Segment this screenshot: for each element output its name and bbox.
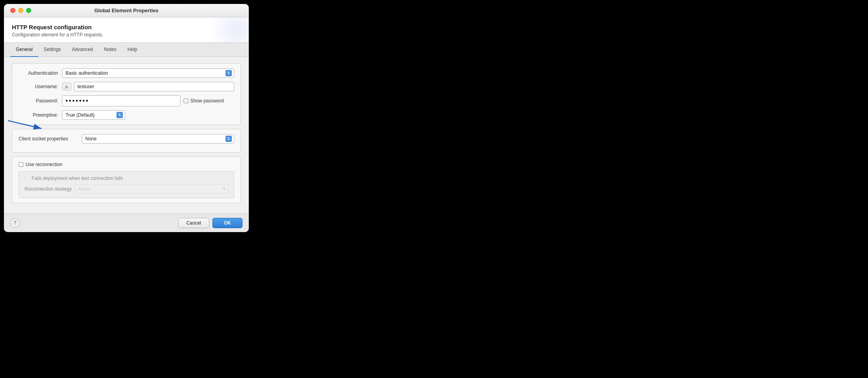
password-input-group: Show password [62, 95, 224, 106]
preemptive-select[interactable]: True (Default) [62, 110, 125, 120]
config-title: HTTP Request configuration [12, 24, 241, 30]
authentication-label: Authentication [19, 70, 58, 76]
minimize-button[interactable] [18, 8, 23, 13]
maximize-button[interactable] [26, 8, 31, 13]
reconnection-strategy-label: Reconnection strategy [24, 186, 72, 192]
authentication-select[interactable]: Basic authentication [62, 68, 234, 78]
fx-button[interactable]: fx [62, 83, 71, 91]
reconnection-strategy-select[interactable]: None [75, 184, 228, 194]
footer-buttons: Cancel OK [178, 218, 242, 228]
cancel-button[interactable]: Cancel [178, 218, 209, 228]
title-bar: Global Element Properties [4, 4, 249, 17]
client-socket-section: Client socket properties None ⇅ [12, 129, 241, 153]
preemptive-label: Preemptive: [19, 112, 58, 118]
client-socket-select-wrapper: None ⇅ [82, 134, 234, 144]
config-subtitle: Configuration element for a HTTP request… [12, 32, 241, 38]
password-row: Password: Show password [19, 95, 234, 106]
fails-deployment-label: Fails deployment when test connection fa… [32, 176, 123, 181]
fails-deployment-row: Fails deployment when test connection fa… [24, 176, 228, 181]
window-title: Global Element Properties [94, 8, 159, 13]
fails-deployment-checkbox[interactable] [24, 176, 29, 181]
password-label: Password: [19, 98, 58, 104]
reconnection-strategy-wrapper: None ⇅ [75, 184, 228, 194]
show-password-container: Show password [184, 98, 224, 104]
username-row: Username: fx [19, 82, 234, 91]
tab-advanced[interactable]: Advanced [66, 43, 98, 57]
footer: ? Cancel OK [4, 214, 249, 232]
authentication-section: Authentication Basic authentication ⇅ Us… [12, 63, 241, 125]
username-input-group: fx [62, 82, 234, 91]
help-button[interactable]: ? [10, 218, 20, 228]
use-reconnection-row: Use reconnection [19, 162, 234, 167]
use-reconnection-label[interactable]: Use reconnection [26, 162, 62, 167]
password-input[interactable] [62, 95, 180, 106]
show-password-label[interactable]: Show password [190, 98, 224, 104]
traffic-lights [10, 8, 31, 13]
reconnection-inner-section: Fails deployment when test connection fa… [19, 171, 234, 198]
tab-notes[interactable]: Notes [98, 43, 122, 57]
client-socket-row: Client socket properties None ⇅ [19, 134, 234, 144]
tab-settings[interactable]: Settings [38, 43, 66, 57]
client-socket-select[interactable]: None [82, 134, 234, 144]
content-area: Authentication Basic authentication ⇅ Us… [4, 57, 249, 214]
username-label: Username: [19, 84, 58, 89]
authentication-row: Authentication Basic authentication ⇅ [19, 68, 234, 78]
tabs-bar: General Settings Advanced Notes Help [4, 43, 249, 57]
reconnection-strategy-row: Reconnection strategy None ⇅ [24, 184, 228, 194]
preemptive-select-wrapper: True (Default) ⇅ [62, 110, 125, 120]
header-section: HTTP Request configuration Configuration… [4, 17, 249, 43]
main-window: Global Element Properties HTTP Request c… [4, 4, 249, 232]
tab-help[interactable]: Help [122, 43, 143, 57]
ok-button[interactable]: OK [212, 218, 242, 228]
client-socket-label: Client socket properties [19, 136, 78, 142]
username-input[interactable] [74, 82, 234, 91]
reconnection-section: Use reconnection Fails deployment when t… [12, 157, 241, 203]
preemptive-row: Preemptive: True (Default) ⇅ [19, 110, 234, 120]
use-reconnection-checkbox[interactable] [19, 162, 23, 167]
tab-general[interactable]: General [10, 43, 38, 57]
show-password-checkbox[interactable] [184, 98, 188, 103]
authentication-select-wrapper: Basic authentication ⇅ [62, 68, 234, 78]
close-button[interactable] [10, 8, 15, 13]
